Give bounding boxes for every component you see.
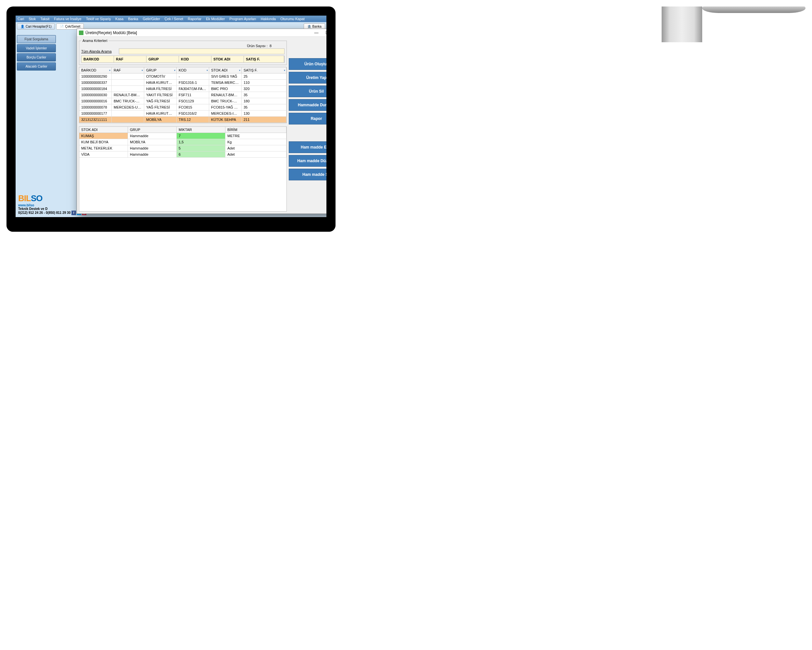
- hammadde-durumu-button[interactable]: Hammadde Durumu: [289, 99, 327, 111]
- material-row[interactable]: KUMAŞHammadde7METRE: [79, 133, 287, 139]
- search-column-headers: BARKOD RAF GRUP KOD STOK ADI SATIŞ F.: [81, 55, 284, 63]
- destek-label: Teknik Destek ve D: [18, 207, 86, 211]
- maximize-button[interactable]: ☐: [322, 30, 327, 35]
- menu-cari[interactable]: Cari: [18, 17, 24, 21]
- menu-banka[interactable]: Banka: [128, 17, 138, 21]
- monitor-frame: Cari Stok Taksit Fatura ve İrsaliye Tekl…: [6, 6, 336, 232]
- search-col-satis[interactable]: SATIŞ F.: [244, 56, 284, 63]
- menu-hakkinda[interactable]: Hakkında: [261, 17, 276, 21]
- materials-grid: STOK ADI GRUP MIKTAR BİRİM KUMAŞHammadde…: [79, 127, 287, 211]
- minimize-button[interactable]: —: [311, 30, 322, 35]
- arama-kriterleri-legend: Arama Kriterleri: [81, 39, 108, 43]
- chevron-down-icon[interactable]: ▾: [142, 69, 143, 72]
- tum-alanda-arama-label: Tüm Alanda Arama: [81, 49, 117, 53]
- product-row[interactable]: 1000000000184HAVA FİLTRESİFA3047/1M-FA23…: [79, 86, 287, 92]
- left-sidebar: Fiyat Sorgulama Vadeli İşlemler Borçlu C…: [17, 35, 56, 70]
- chevron-down-icon[interactable]: ▾: [174, 69, 176, 72]
- urun-olustur-button[interactable]: Ürün Oluştur: [289, 58, 327, 70]
- main-menu: Cari Stok Taksit Fatura ve İrsaliye Tekl…: [15, 15, 327, 22]
- material-row[interactable]: KUM BEJİ BOYAMOBİLYA1,5Kg: [79, 139, 287, 145]
- urun-sayisi-value: 8: [270, 44, 272, 48]
- product-row[interactable]: 1000000000290OTOMOTİV-SIVI GRES YAĞ25: [79, 73, 287, 80]
- menu-fatura[interactable]: Fatura ve İrsaliye: [54, 17, 81, 21]
- product-row[interactable]: 1000000000016BMC TRUCK-CU...YAĞ FİLTRESİ…: [79, 98, 287, 104]
- col-satis[interactable]: SATIŞ F.▾: [242, 67, 287, 73]
- cari-hesaplar-button[interactable]: 👤Cari Hesaplar(F1): [17, 23, 55, 29]
- col-stokadi[interactable]: STOK ADI▾: [209, 67, 242, 73]
- search-col-stokadi[interactable]: STOK ADI: [211, 56, 244, 63]
- col2-birim[interactable]: BİRİM: [226, 127, 287, 133]
- arama-kriterleri-group: Arama Kriterleri Ürün Sayısı : 8 Tüm Ala…: [79, 39, 287, 65]
- tum-alanda-arama-input[interactable]: [119, 49, 284, 54]
- monitor-chin: [15, 217, 327, 232]
- menu-cek[interactable]: Çek / Senet: [165, 17, 183, 21]
- vadeli-islemler-button[interactable]: Vadeli İşlemler: [17, 44, 56, 52]
- product-row[interactable]: 1000000000337HAVA KURUTUCUFSD1316-1TEMSA…: [79, 80, 287, 86]
- chevron-down-icon[interactable]: ▾: [206, 69, 208, 72]
- col-raf[interactable]: RAF▾: [112, 67, 144, 73]
- rapor-button[interactable]: Rapor: [289, 113, 327, 124]
- modal-titlebar: Üretim(Reçete) Modülü [Beta] — ☐ ✕: [77, 29, 327, 37]
- menu-kasa[interactable]: Kasa: [115, 17, 124, 21]
- products-grid-header: BARKOD▾ RAF▾ GRUP▾ KOD▾ STOK ADI▾ SATIŞ …: [79, 67, 287, 73]
- facebook-icon[interactable]: f: [72, 211, 76, 215]
- uretim-yap-button[interactable]: Üretim Yap: [289, 72, 327, 84]
- search-col-kod[interactable]: KOD: [179, 56, 211, 63]
- person-icon: 👤: [20, 25, 24, 28]
- menu-teklif[interactable]: Teklif ve Sipariş: [86, 17, 111, 21]
- screen: Cari Stok Taksit Fatura ve İrsaliye Tekl…: [15, 15, 327, 217]
- chevron-down-icon[interactable]: ▾: [284, 69, 285, 72]
- search-col-raf[interactable]: RAF: [114, 56, 147, 63]
- product-row[interactable]: 1000000000078MERCEDES-ULT...YAĞ FİLTRESİ…: [79, 104, 287, 110]
- fiyat-sorgulama-button[interactable]: Fiyat Sorgulama: [17, 35, 56, 43]
- menu-ekmodul[interactable]: Ek Modüller: [206, 17, 225, 21]
- borclu-cariler-button[interactable]: Borçlu Cariler: [17, 53, 56, 61]
- menu-raporlar[interactable]: Raporlar: [188, 17, 201, 21]
- website-link[interactable]: www.bilso: [18, 203, 86, 207]
- uretim-modal: Üretim(Reçete) Modülü [Beta] — ☐ ✕ Arama…: [77, 29, 327, 214]
- material-row[interactable]: VİDAHammadde6Adet: [79, 151, 287, 158]
- col-grup[interactable]: GRUP▾: [144, 67, 177, 73]
- menu-stok[interactable]: Stok: [29, 17, 36, 21]
- document-icon: 📄: [60, 25, 64, 28]
- modal-title: Üretim(Reçete) Modülü [Beta]: [85, 31, 311, 35]
- menu-taksit[interactable]: Taksit: [40, 17, 49, 21]
- chevron-down-icon[interactable]: ▾: [239, 69, 240, 72]
- menu-ayarlar[interactable]: Program Ayarları: [229, 17, 256, 21]
- phone-numbers: 0(212) 912 24 26 - 0(850) 811 29 30: [18, 211, 70, 214]
- monitor-stand-neck: [662, 6, 702, 42]
- product-row[interactable]: 1000000000030RENAULT-BMC-C...YAKIT FİLTR…: [79, 92, 287, 98]
- product-row[interactable]: 3213123211111MOBİLYATRS.12KÜTÜK SEHPA211: [79, 117, 287, 123]
- bilsoft-logo: BILSO: [18, 193, 86, 203]
- materials-grid-header: STOK ADI GRUP MIKTAR BİRİM: [79, 127, 287, 133]
- urun-sil-button[interactable]: Ürün Sil: [289, 86, 327, 97]
- col-kod[interactable]: KOD▾: [177, 67, 209, 73]
- col2-miktar[interactable]: MIKTAR: [177, 127, 226, 133]
- chevron-down-icon[interactable]: ▾: [109, 69, 110, 72]
- modal-side-buttons: Ürün Oluştur Üretim Yap Ürün Sil Hammadd…: [289, 39, 327, 211]
- search-col-barkod[interactable]: BARKOD: [81, 56, 114, 63]
- material-row[interactable]: METAL TEKERLEKHammadde5Adet: [79, 145, 287, 151]
- col2-grup[interactable]: GRUP: [128, 127, 177, 133]
- app-icon: [79, 31, 84, 35]
- hammadde-duzenle-button[interactable]: Ham madde Düzenle: [289, 155, 327, 167]
- hammadde-sil-button[interactable]: Ham madde Sil: [289, 169, 327, 180]
- products-grid: BARKOD▾ RAF▾ GRUP▾ KOD▾ STOK ADI▾ SATIŞ …: [79, 67, 287, 123]
- urun-sayisi-label: Ürün Sayısı :: [247, 44, 268, 48]
- hammadde-ekle-button[interactable]: Ham madde Ekle: [289, 141, 327, 153]
- monitor-stand-base: [702, 6, 806, 13]
- col-barkod[interactable]: BARKOD▾: [79, 67, 112, 73]
- search-col-grup[interactable]: GRUP: [147, 56, 179, 63]
- product-row[interactable]: 1000000000177HAVA KURUTUCUFSD1316/2MERCE…: [79, 110, 287, 117]
- menu-kapat[interactable]: Oturumu Kapat: [280, 17, 305, 21]
- alacakli-cariler-button[interactable]: Alacaklı Cariler: [17, 63, 56, 70]
- footer-logo-area: BILSO www.bilso Teknik Destek ve D 0(212…: [18, 193, 86, 215]
- bank-icon: 🏦: [307, 25, 311, 28]
- menu-gelir[interactable]: Gelir/Gider: [143, 17, 160, 21]
- col2-stokadi[interactable]: STOK ADI: [79, 127, 128, 133]
